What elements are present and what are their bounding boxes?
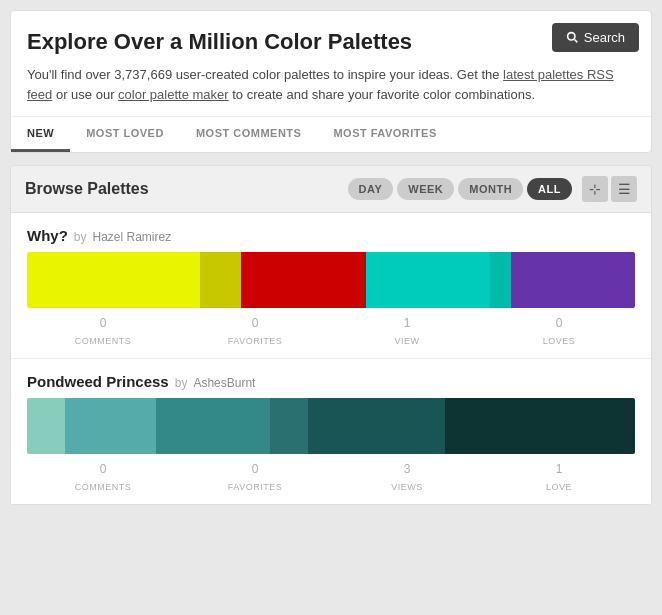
stat-value: 0 xyxy=(179,316,331,330)
stat-value: 0 xyxy=(179,462,331,476)
stat-value: 0 xyxy=(27,316,179,330)
browse-section: Browse Palettes DAY WEEK MONTH ALL ⊹ ☰ W… xyxy=(10,165,652,505)
search-label: Search xyxy=(584,30,625,45)
color-swatch xyxy=(27,398,65,454)
time-filters: DAY WEEK MONTH ALL xyxy=(348,178,572,200)
filter-week[interactable]: WEEK xyxy=(397,178,454,200)
stat-label: COMMENTS xyxy=(75,336,132,346)
palette-stats: 0 COMMENTS 0 FAVORITES 1 VIEW 0 LOVES xyxy=(27,308,635,358)
color-swatch xyxy=(308,398,445,454)
stat-label: LOVE xyxy=(546,482,572,492)
rss-link[interactable]: latest palettes RSS feed xyxy=(27,67,614,102)
color-swatch xyxy=(156,398,270,454)
stat-label: COMMENTS xyxy=(75,482,132,492)
filter-day[interactable]: DAY xyxy=(348,178,394,200)
stat-comments: 0 COMMENTS xyxy=(27,316,179,348)
color-swatch xyxy=(445,398,635,454)
color-strip[interactable] xyxy=(27,252,635,308)
palette-maker-link[interactable]: color palette maker xyxy=(118,87,229,102)
palette-item: Pondweed Princess by AshesBurnt 0 COMMEN… xyxy=(11,359,651,504)
search-icon xyxy=(566,31,579,44)
palette-name: Why? xyxy=(27,227,68,244)
palette-header: Why? by Hazel Ramirez xyxy=(27,227,635,244)
stat-loves: 0 LOVES xyxy=(483,316,635,348)
stat-value: 0 xyxy=(27,462,179,476)
filter-month[interactable]: MONTH xyxy=(458,178,523,200)
palette-header: Pondweed Princess by AshesBurnt xyxy=(27,373,635,390)
stat-label: FAVORITES xyxy=(228,482,282,492)
stat-label: LOVES xyxy=(543,336,576,346)
tab-most-loved[interactable]: MOST LOVED xyxy=(70,117,180,152)
svg-line-1 xyxy=(574,40,577,43)
color-swatch xyxy=(270,398,308,454)
stat-value: 1 xyxy=(483,462,635,476)
color-swatch xyxy=(511,252,635,308)
list-view-button[interactable]: ☰ xyxy=(611,176,637,202)
browse-header: Browse Palettes DAY WEEK MONTH ALL ⊹ ☰ xyxy=(11,166,651,213)
stat-value: 3 xyxy=(331,462,483,476)
stat-value: 1 xyxy=(331,316,483,330)
browse-title: Browse Palettes xyxy=(25,180,348,198)
stat-views: 3 VIEWS xyxy=(331,462,483,494)
stat-label: FAVORITES xyxy=(228,336,282,346)
tab-new[interactable]: NEW xyxy=(11,117,70,152)
stat-value: 0 xyxy=(483,316,635,330)
view-toggles: ⊹ ☰ xyxy=(582,176,637,202)
stat-views: 1 VIEW xyxy=(331,316,483,348)
color-swatch xyxy=(241,252,365,308)
color-strip[interactable] xyxy=(27,398,635,454)
palette-stats: 0 COMMENTS 0 FAVORITES 3 VIEWS 1 LOVE xyxy=(27,454,635,504)
stat-loves: 1 LOVE xyxy=(483,462,635,494)
palette-item: Why? by Hazel Ramirez 0 COMMENTS 0 xyxy=(11,213,651,359)
stat-favorites: 0 FAVORITES xyxy=(179,462,331,494)
palette-author[interactable]: AshesBurnt xyxy=(193,376,255,390)
palette-name: Pondweed Princess xyxy=(27,373,169,390)
palette-author[interactable]: Hazel Ramirez xyxy=(93,230,172,244)
search-button[interactable]: Search xyxy=(552,23,639,52)
stat-label: VIEW xyxy=(394,336,419,346)
color-swatch xyxy=(65,398,156,454)
palette-by-label: by xyxy=(74,230,87,244)
page-title: Explore Over a Million Color Palettes xyxy=(27,29,635,55)
tab-most-favorites[interactable]: MOST FAVORITES xyxy=(317,117,452,152)
filter-all[interactable]: ALL xyxy=(527,178,572,200)
browse-content: Why? by Hazel Ramirez 0 COMMENTS 0 xyxy=(11,213,651,504)
stat-favorites: 0 FAVORITES xyxy=(179,316,331,348)
color-swatch xyxy=(366,252,490,308)
svg-point-0 xyxy=(567,33,574,40)
color-swatch xyxy=(27,252,200,308)
grid-view-button[interactable]: ⊹ xyxy=(582,176,608,202)
stat-comments: 0 COMMENTS xyxy=(27,462,179,494)
description: You'll find over 3,737,669 user-created … xyxy=(27,65,635,104)
palette-by-label: by xyxy=(175,376,188,390)
stat-label: VIEWS xyxy=(391,482,423,492)
color-swatch xyxy=(200,252,241,308)
tab-most-comments[interactable]: MOST COMMENTS xyxy=(180,117,318,152)
color-swatch xyxy=(490,252,511,308)
filter-tabs: NEW MOST LOVED MOST COMMENTS MOST FAVORI… xyxy=(11,116,651,152)
top-card: Search Explore Over a Million Color Pale… xyxy=(10,10,652,153)
